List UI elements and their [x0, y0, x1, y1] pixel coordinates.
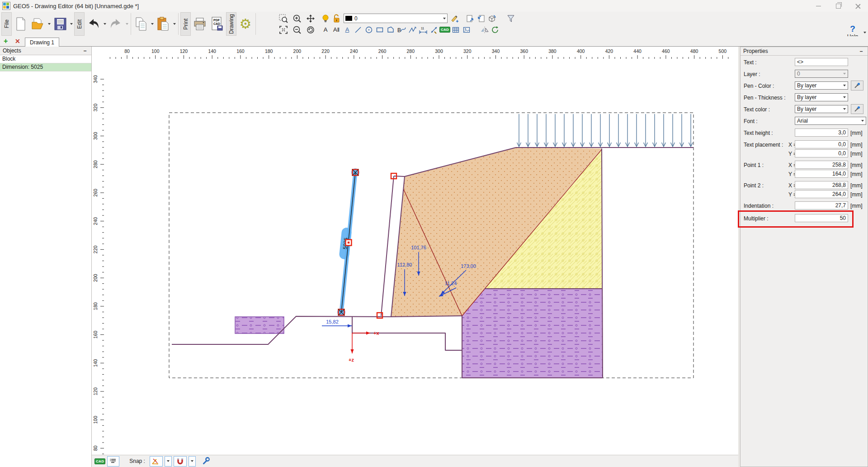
zoom-tools: [277, 13, 317, 35]
save-button[interactable]: [52, 13, 69, 35]
layer-lock-button[interactable]: [331, 13, 342, 24]
pan-button[interactable]: [304, 13, 317, 24]
pen-color-picker-button[interactable]: [851, 81, 863, 91]
collapse-objects-button[interactable]: –: [81, 48, 89, 53]
close-button[interactable]: [848, 0, 868, 12]
restore-button[interactable]: [828, 0, 848, 12]
rotate-button[interactable]: [490, 24, 501, 35]
file-menu-button[interactable]: File: [1, 12, 12, 36]
zoom-previous-button[interactable]: [304, 24, 317, 35]
snap-axis-icon: [151, 457, 160, 465]
svg-text:360: 360: [520, 48, 528, 54]
polyline-icon: [408, 26, 416, 34]
text-placement-y-input[interactable]: 0,0: [795, 149, 848, 157]
prop-row-indentation: Indentation : 27,7 [mm]: [741, 201, 868, 210]
undo-dropdown[interactable]: [102, 13, 107, 35]
object-item-block[interactable]: Block: [0, 55, 91, 63]
redo-dropdown[interactable]: [124, 13, 129, 35]
chevron-down-icon: [841, 108, 848, 110]
close-tab-button[interactable]: ✕: [15, 38, 20, 45]
drawing-canvas[interactable]: 8010012014016018020022024026028030032034…: [92, 47, 738, 455]
table-tool-button[interactable]: [450, 24, 461, 35]
pen-color-select[interactable]: By layer: [795, 81, 848, 90]
point2-y-input[interactable]: 264,0: [795, 190, 848, 198]
paste-view-button[interactable]: [476, 13, 486, 24]
mirror-button[interactable]: [479, 24, 490, 35]
polygon-tool-button[interactable]: [385, 24, 396, 35]
save-dropdown[interactable]: [69, 13, 74, 35]
rectangle-tool-button[interactable]: [374, 24, 385, 35]
svg-text:480: 480: [690, 48, 698, 54]
tab-drawing-1[interactable]: Drawing 1: [25, 38, 59, 47]
layer-visibility-button[interactable]: [320, 13, 331, 24]
snap-mode-button[interactable]: [150, 456, 163, 467]
snap-mode-dropdown[interactable]: [165, 456, 172, 467]
layer-select[interactable]: 0: [795, 70, 848, 78]
objects-panel: Objects – Block Dimension: 5025: [0, 47, 92, 467]
multiplier-input[interactable]: 50: [795, 214, 848, 222]
paste-button[interactable]: [155, 13, 172, 35]
copy-dropdown[interactable]: [150, 13, 155, 35]
active-layer-select[interactable]: 0: [344, 14, 448, 23]
polyline-tool-button[interactable]: [407, 24, 418, 35]
open-dropdown[interactable]: [47, 13, 52, 35]
pdf-cad-button[interactable]: PDFCAD: [208, 13, 226, 35]
copy-view-button[interactable]: [465, 13, 476, 24]
filter-button[interactable]: [505, 13, 516, 24]
add-tab-button[interactable]: +: [4, 37, 8, 45]
image-tool-button[interactable]: [461, 24, 472, 35]
text-color-picker-button[interactable]: [851, 104, 863, 114]
point1-x-input[interactable]: 258,8: [795, 161, 848, 169]
snap-settings-button[interactable]: [202, 457, 210, 466]
zoom-in-button[interactable]: [290, 13, 304, 24]
svg-text:320: 320: [463, 48, 472, 54]
text-height-input[interactable]: 3,0: [795, 129, 848, 137]
point1-y-input[interactable]: 164,0: [795, 170, 848, 178]
copy-button[interactable]: [132, 13, 150, 35]
print-button[interactable]: [191, 13, 208, 35]
undo-button[interactable]: [85, 13, 102, 35]
drawing-menu-button[interactable]: Drawing: [226, 12, 236, 36]
paste-dropdown[interactable]: [172, 13, 177, 35]
zoom-previous-icon: [306, 25, 315, 34]
dimension-tool-button[interactable]: 11: [418, 24, 429, 35]
point2-x-input[interactable]: 268,8: [795, 181, 848, 189]
gear-icon: ⚙: [240, 17, 252, 31]
text-style-button[interactable]: A: [342, 24, 353, 35]
cad-tool-button[interactable]: CAD: [439, 24, 450, 35]
indentation-input[interactable]: 27,7: [795, 201, 848, 210]
print-menu-button[interactable]: Print: [180, 12, 191, 36]
text-placement-x-input[interactable]: 0,0: [795, 140, 848, 148]
zoom-window-button[interactable]: [277, 13, 290, 24]
collapse-properties-button[interactable]: –: [858, 48, 865, 54]
view-3d-button[interactable]: [486, 13, 497, 24]
open-file-button[interactable]: [29, 13, 47, 35]
new-file-button[interactable]: [12, 13, 29, 35]
cad-mode-badge[interactable]: CAD: [94, 458, 105, 464]
settings-button[interactable]: ⚙: [237, 13, 254, 35]
text-input[interactable]: <>: [795, 58, 848, 66]
title-bar: GEO5 - Drawing Editor (64 bit) [Unnamed.…: [0, 0, 868, 12]
redo-button[interactable]: [107, 13, 124, 35]
minimize-button[interactable]: [808, 0, 828, 12]
pen-thickness-select[interactable]: By layer: [795, 93, 848, 101]
layer-manager-button[interactable]: [449, 13, 460, 24]
circle-tool-button[interactable]: [363, 24, 374, 35]
line-tool-button[interactable]: [353, 24, 363, 35]
dimension-edit-button[interactable]: [429, 24, 439, 35]
display-options-button[interactable]: [107, 456, 119, 467]
multiline-text-button[interactable]: A‖: [331, 24, 342, 35]
text-color-select[interactable]: By layer: [795, 105, 848, 113]
magnet-snap-button[interactable]: [174, 456, 187, 467]
spline-tool-button[interactable]: B: [396, 24, 407, 35]
magnet-snap-dropdown[interactable]: [189, 456, 196, 467]
font-select[interactable]: Arial: [795, 117, 866, 125]
edit-menu-button[interactable]: Edit: [74, 12, 85, 36]
dimension-icon: 11: [419, 26, 428, 34]
zoom-fit-button[interactable]: [277, 24, 290, 35]
zoom-out-button[interactable]: [290, 24, 304, 35]
chevron-down-icon: [104, 23, 106, 25]
svg-text:500: 500: [719, 48, 727, 54]
object-item-dimension[interactable]: Dimension: 5025: [0, 63, 91, 71]
text-tool-button[interactable]: A: [320, 24, 331, 35]
